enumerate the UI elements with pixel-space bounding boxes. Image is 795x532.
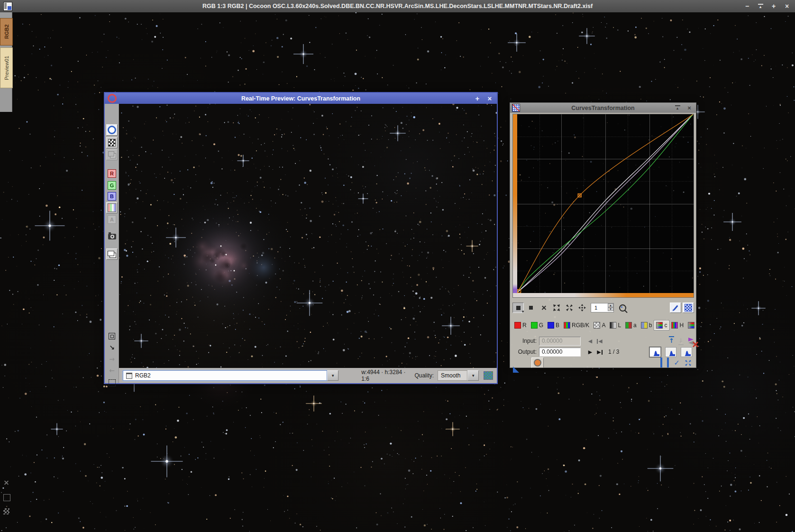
- view-selector-dropdown-icon[interactable]: ▼: [327, 370, 338, 381]
- last-point-icon[interactable]: ▶: [595, 349, 604, 355]
- history-forward-icon: →: [109, 356, 115, 362]
- show-all-curves-button[interactable]: [670, 303, 681, 313]
- quality-value[interactable]: Smooth: [438, 370, 467, 381]
- green-channel-button[interactable]: G: [106, 180, 118, 191]
- channel-g-button[interactable]: G: [529, 321, 545, 330]
- output-field[interactable]: [539, 348, 581, 357]
- delete-point-mode-icon: [541, 305, 547, 311]
- close-button[interactable]: ×: [784, 3, 790, 9]
- store-curve-button[interactable]: ↑: [669, 338, 674, 344]
- view-tab-preview01[interactable]: Preview01: [0, 47, 13, 88]
- zoom-to-fit-button[interactable]: ↘: [106, 342, 118, 353]
- channel-l-button[interactable]: L: [608, 321, 623, 330]
- outline-square-button[interactable]: [660, 358, 662, 367]
- curve-plot[interactable]: [512, 114, 694, 298]
- channel-c-button[interactable]: c: [654, 321, 669, 330]
- cubic-spline-interpolation-button[interactable]: [665, 347, 676, 357]
- spinner-down-icon[interactable]: ▼: [608, 307, 613, 311]
- workspace-grid-icon[interactable]: [3, 508, 9, 514]
- linear-interpolation-button[interactable]: [681, 347, 692, 357]
- region-select-button[interactable]: [106, 330, 118, 342]
- spinner-up-icon[interactable]: ▲: [608, 303, 613, 307]
- iconize-button[interactable]: +: [770, 3, 777, 9]
- channel-r-chip-icon: [514, 322, 521, 329]
- image-dimensions-label: w:4944 · h:3284 · 1:6: [361, 369, 414, 382]
- preview-toolbar: RGBA↘→←: [105, 104, 119, 383]
- reset-arrows-button[interactable]: [685, 359, 692, 367]
- main-titlebar[interactable]: RGB 1:3 RGB2 | Cocoon OSC.L3.60x240s.Sol…: [0, 0, 795, 12]
- channel-r-button[interactable]: R: [512, 321, 529, 330]
- duplicate-window-button[interactable]: [106, 248, 118, 260]
- red-channel-button[interactable]: R: [106, 168, 118, 179]
- plot-toolbar: 1▲▼: [512, 302, 694, 313]
- alpha-channel-button[interactable]: A: [106, 214, 118, 225]
- rgb-channels-button[interactable]: [106, 202, 118, 213]
- point-counter: 1 / 3: [608, 349, 619, 355]
- preview-titlebar[interactable]: Real-Time Preview: CurvesTransformation …: [105, 93, 497, 104]
- channel-a-button[interactable]: A: [592, 321, 607, 330]
- pan-mode-button[interactable]: [576, 303, 588, 313]
- realtime-preview-button[interactable]: [531, 358, 544, 368]
- history-forward-button[interactable]: →: [106, 353, 118, 365]
- previous-point-icon[interactable]: ◀: [585, 338, 595, 344]
- preview-title: Real-Time Preview: CurvesTransformation: [105, 95, 497, 102]
- view-selector-combo[interactable]: RGB2 ▼: [123, 370, 338, 381]
- select-point-mode-button[interactable]: [525, 303, 537, 313]
- close-button[interactable]: ×: [486, 95, 493, 102]
- preview-render-settings-icon[interactable]: [484, 371, 493, 380]
- outline-square-icon: [660, 358, 662, 367]
- restore-curve-button[interactable]: ↓: [678, 338, 684, 344]
- preview-image-canvas[interactable]: [119, 104, 497, 368]
- close-button[interactable]: ×: [686, 105, 693, 111]
- check-button[interactable]: ✓: [674, 358, 680, 367]
- workspace-frame-icon[interactable]: [3, 494, 10, 501]
- channel-a-button[interactable]: a: [623, 321, 639, 330]
- shade-button[interactable]: [757, 4, 764, 9]
- output-label: Output:: [510, 349, 537, 355]
- quality-combo[interactable]: Smooth ▼: [438, 370, 479, 381]
- channel-rgb-k-button[interactable]: RGB/K: [562, 321, 591, 330]
- view-tab-rgb2[interactable]: RGB2: [0, 18, 13, 46]
- input-field[interactable]: [539, 337, 581, 346]
- zoom-spinner[interactable]: 1▲▼: [591, 303, 614, 312]
- snapshot-camera-button[interactable]: [106, 231, 118, 242]
- document-button[interactable]: [667, 358, 669, 367]
- dither-preview-button[interactable]: [106, 137, 118, 148]
- new-instance-button[interactable]: [513, 358, 519, 367]
- realtime-preview-toggle-icon: [108, 126, 116, 134]
- zoom-1-1-button[interactable]: [617, 303, 628, 313]
- channel-s-button[interactable]: S: [686, 321, 702, 330]
- clone-preview-button[interactable]: [106, 149, 118, 160]
- delete-point-mode-button[interactable]: [538, 303, 549, 313]
- history-back-button[interactable]: ←: [106, 365, 118, 376]
- akima-interpolation-button[interactable]: [649, 347, 661, 357]
- pixinsight-application: RGB 1:3 RGB2 | Cocoon OSC.L3.60x240s.Sol…: [0, 0, 795, 532]
- input-row: Input: ◀ ◀ ↑↓: [510, 336, 696, 346]
- realtime-preview-toggle-button[interactable]: [106, 124, 118, 136]
- dialog-titlebar[interactable]: CurvesTransformation ×: [510, 103, 696, 113]
- minimize-button[interactable]: −: [744, 3, 750, 9]
- workspace[interactable]: RGB2 Preview01 Real-Time Preview: Curves…: [0, 12, 795, 532]
- quality-dropdown-icon[interactable]: ▼: [467, 370, 479, 381]
- full-extent-button[interactable]: [106, 377, 118, 388]
- realtime-preview-ring-icon: [108, 94, 117, 103]
- zoom-out-mode-button[interactable]: [564, 303, 575, 313]
- zoom-spinner-steppers: ▲▼: [608, 303, 613, 311]
- next-point-icon[interactable]: ▶: [585, 349, 595, 355]
- edit-point-mode-button[interactable]: [512, 303, 524, 313]
- channel-h-button[interactable]: H: [669, 321, 685, 330]
- shade-button[interactable]: [674, 105, 681, 110]
- dialog-bottom-row: ✓: [510, 358, 696, 367]
- curves-process-icon: [512, 104, 520, 112]
- first-point-icon[interactable]: ◀: [595, 338, 604, 344]
- channel-b-button[interactable]: B: [546, 321, 561, 330]
- zoom-in-mode-button[interactable]: [551, 303, 562, 313]
- show-grids-button[interactable]: [683, 303, 694, 313]
- curve-plot-canvas[interactable]: [517, 114, 694, 293]
- duplicate-window-icon: [110, 253, 116, 258]
- document-icon: [667, 358, 669, 367]
- view-selector-field[interactable]: RGB2: [123, 370, 327, 381]
- zoom-plus-button[interactable]: +: [474, 95, 481, 102]
- channel-b-button[interactable]: b: [639, 321, 654, 330]
- blue-channel-button[interactable]: B: [106, 191, 118, 202]
